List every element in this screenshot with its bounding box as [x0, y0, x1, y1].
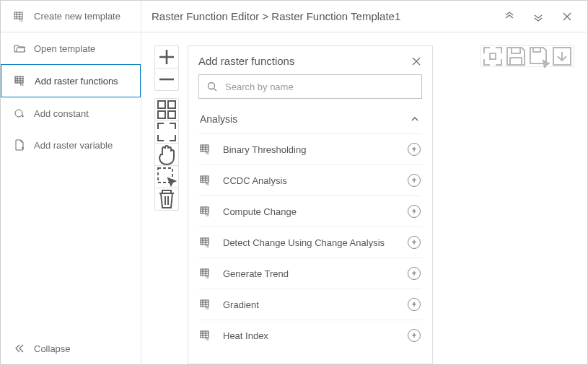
function-label: Binary Thresholding [223, 144, 396, 155]
svg-point-4 [15, 110, 22, 117]
grid-fx-icon: fx [200, 175, 211, 186]
zoom-out-button[interactable] [155, 69, 178, 90]
svg-text:fx: fx [19, 18, 23, 22]
panel-close-button[interactable] [411, 56, 422, 67]
expand-down-icon[interactable] [532, 11, 544, 22]
template-fx-icon: fx [14, 11, 25, 22]
category-label: Analysis [200, 113, 237, 125]
add-function-button[interactable]: + [408, 174, 421, 187]
chevron-double-left-icon [14, 343, 25, 354]
doc-actions [481, 45, 574, 67]
function-label: Generate Trend [223, 268, 396, 279]
svg-rect-27 [510, 58, 522, 65]
function-label: Detect Change Using Change Analysis [223, 237, 396, 248]
svg-text:fx: fx [206, 182, 209, 186]
function-list: fx Binary Thresholding + fx CCDC Analysi… [198, 133, 422, 351]
grid-view-button[interactable] [155, 99, 178, 120]
nav-box [154, 98, 179, 211]
add-function-button[interactable]: + [408, 143, 421, 156]
folder-open-icon [14, 43, 25, 54]
function-item[interactable]: fx Heat Index + [198, 320, 422, 351]
toolstrip [154, 45, 179, 364]
svg-text:fx: fx [206, 244, 209, 248]
add-function-button[interactable]: + [408, 329, 421, 342]
function-item[interactable]: fx Gradient + [198, 289, 422, 320]
main: Add raster functions Analysis [141, 32, 587, 364]
svg-text:fx: fx [206, 151, 209, 155]
capture-button[interactable] [481, 46, 504, 66]
panel-title: Add raster functions [198, 55, 294, 67]
function-label: Compute Change [223, 206, 396, 217]
document-plus-icon [14, 139, 25, 151]
search-icon [206, 81, 218, 92]
add-function-button[interactable]: + [408, 298, 421, 311]
svg-point-10 [209, 83, 215, 89]
sidebar-item-add-constant[interactable]: Add constant [1, 97, 141, 129]
pan-button[interactable] [155, 144, 178, 165]
function-item[interactable]: fx CCDC Analysis + [198, 164, 422, 195]
svg-rect-6 [168, 101, 175, 108]
grid-fx-icon: fx [200, 299, 211, 310]
sidebar: Open template fx Add raster functions [1, 32, 141, 364]
add-function-button[interactable]: + [408, 267, 421, 280]
svg-rect-25 [490, 53, 496, 59]
save-button[interactable] [504, 46, 527, 66]
export-button[interactable] [550, 46, 574, 66]
header-actions [504, 11, 587, 22]
panel-body: Analysis fx Binary Thresholding + fx [188, 74, 432, 364]
header: fx Create new template Raster Function E… [1, 1, 587, 32]
sidebar-item-open-template[interactable]: Open template [1, 32, 141, 64]
svg-text:fx: fx [206, 306, 209, 310]
svg-text:fx: fx [206, 213, 209, 217]
add-function-button[interactable]: + [408, 236, 421, 249]
zoom-box [154, 45, 179, 91]
sidebar-item-add-raster-variable[interactable]: Add raster variable [1, 129, 141, 161]
sidebar-item-label: Add raster functions [35, 76, 118, 87]
collapse-label: Collapse [34, 343, 71, 354]
function-item[interactable]: fx Binary Thresholding + [198, 133, 422, 164]
function-item[interactable]: fx Compute Change + [198, 195, 422, 227]
function-label: CCDC Analysis [223, 175, 396, 186]
breadcrumb: Raster Function Editor > Raster Function… [141, 10, 504, 22]
add-function-button[interactable]: + [408, 205, 421, 218]
svg-rect-8 [168, 111, 175, 118]
svg-text:fx: fx [206, 275, 209, 279]
grid-fx-icon: fx [200, 330, 211, 341]
sidebar-list: Open template fx Add raster functions [1, 32, 141, 333]
search-input[interactable] [225, 82, 414, 92]
collapse-up-icon[interactable] [504, 11, 515, 22]
function-label: Heat Index [223, 330, 396, 341]
add-functions-panel: Add raster functions Analysis [188, 45, 433, 364]
function-item[interactable]: fx Generate Trend + [198, 258, 422, 289]
grid-fx-icon: fx [200, 206, 211, 217]
sidebar-item-add-raster-functions[interactable]: fx Add raster functions [1, 64, 141, 97]
svg-rect-28 [533, 48, 540, 52]
fit-extent-button[interactable] [155, 121, 178, 143]
sidebar-item-label: Add raster variable [34, 140, 113, 151]
panel-header: Add raster functions [188, 46, 432, 74]
zoom-in-button[interactable] [155, 46, 178, 68]
svg-rect-7 [158, 111, 165, 118]
create-template-label: Create new template [34, 11, 120, 22]
grid-fx-icon: fx [14, 75, 26, 87]
select-button[interactable] [155, 166, 178, 188]
chevron-up-icon [409, 113, 421, 125]
close-icon[interactable] [561, 11, 573, 22]
svg-text:fx: fx [20, 82, 24, 87]
sidebar-collapse-button[interactable]: Collapse [1, 333, 141, 364]
svg-rect-26 [512, 48, 520, 53]
save-as-button[interactable] [527, 46, 550, 66]
function-item[interactable]: fx Detect Change Using Change Analysis + [198, 227, 422, 258]
grid-fx-icon: fx [200, 268, 211, 279]
svg-text:fx: fx [206, 337, 209, 341]
app-window: fx Create new template Raster Function E… [0, 0, 588, 365]
body: Open template fx Add raster functions [1, 32, 587, 364]
grid-fx-icon: fx [200, 144, 211, 155]
function-label: Gradient [223, 299, 396, 310]
constant-icon [14, 107, 25, 119]
create-template-button[interactable]: fx Create new template [1, 1, 141, 32]
category-analysis[interactable]: Analysis [198, 113, 422, 133]
delete-button[interactable] [155, 188, 178, 210]
grid-fx-icon: fx [200, 237, 211, 248]
search-wrap [198, 74, 422, 99]
